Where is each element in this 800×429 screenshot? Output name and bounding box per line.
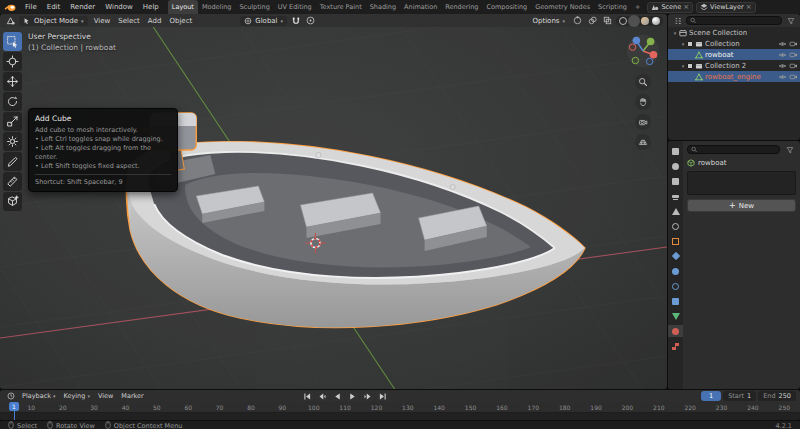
timeline-menu-marker[interactable]: Marker: [117, 392, 147, 400]
cursor-tool[interactable]: [3, 52, 22, 71]
move-tool[interactable]: [3, 72, 22, 91]
navigation-gizmo[interactable]: [624, 32, 662, 70]
properties-tab-tool[interactable]: [668, 145, 683, 157]
annotate-tool[interactable]: [3, 152, 22, 171]
timeline-menu-view[interactable]: View: [94, 392, 117, 400]
workspace-tab-compositing[interactable]: Compositing: [482, 0, 531, 14]
properties-tab-particles[interactable]: [668, 265, 683, 277]
properties-tab-constraints[interactable]: [668, 295, 683, 307]
workspace-tab-layout[interactable]: Layout: [168, 0, 198, 14]
material-slot-list[interactable]: [687, 171, 796, 195]
editor-type-icon[interactable]: [4, 15, 17, 26]
viewport-3d-scene[interactable]: [0, 27, 667, 389]
scale-tool[interactable]: [3, 112, 22, 131]
zoom-icon[interactable]: [635, 74, 651, 90]
solid-shading-icon[interactable]: [630, 17, 638, 25]
properties-tab-render[interactable]: [668, 160, 683, 172]
outliner-row-rowboat[interactable]: rowboat: [668, 49, 800, 60]
hide-in-viewport-eye-icon[interactable]: [778, 41, 787, 47]
disable-in-renders-camera-icon[interactable]: [789, 51, 798, 58]
jump-to-end-button[interactable]: [375, 391, 389, 401]
view-layer-selector[interactable]: ViewLayer ×: [696, 2, 755, 13]
menu-window[interactable]: Window: [100, 0, 138, 14]
current-frame-field[interactable]: 1: [701, 391, 721, 401]
workspace-tab-uv-editing[interactable]: UV Editing: [274, 0, 316, 14]
collection-checkbox[interactable]: [687, 63, 693, 69]
disable-in-renders-camera-icon[interactable]: [789, 73, 798, 80]
properties-tab-view-layer[interactable]: [668, 190, 683, 202]
properties-tab-physics[interactable]: [668, 280, 683, 292]
workspace-tab-sculpting[interactable]: Sculpting: [235, 0, 273, 14]
timeline-body[interactable]: 1020304050607080901001101201301401501601…: [0, 402, 800, 420]
viewport-menu-object[interactable]: Object: [165, 17, 196, 25]
properties-tab-object[interactable]: [668, 235, 683, 247]
frame-end-field[interactable]: End250: [758, 391, 796, 401]
timeline-editor-type-icon[interactable]: [4, 391, 17, 402]
timeline-menu-keying[interactable]: Keying▾: [60, 392, 94, 400]
outliner-row-collection-2[interactable]: ▾Collection 2: [668, 60, 800, 71]
disclosure-triangle-icon[interactable]: ▾: [679, 63, 687, 69]
outliner-editor-type-icon[interactable]: [671, 15, 684, 26]
scene-unlink-icon[interactable]: ×: [683, 4, 689, 11]
toggle-xray-icon[interactable]: [601, 15, 614, 26]
rowboat-object[interactable]: [126, 142, 584, 328]
properties-tab-output[interactable]: [668, 175, 683, 187]
options-dropdown[interactable]: Options ▾: [528, 16, 569, 26]
material-preview-shading-icon[interactable]: [641, 17, 649, 25]
snap-magnet-icon[interactable]: [289, 15, 302, 26]
collection-checkbox[interactable]: [687, 41, 693, 47]
pan-hand-icon[interactable]: [635, 94, 651, 110]
add-cube-tool[interactable]: [3, 192, 22, 211]
disclosure-triangle-icon[interactable]: ▾: [671, 30, 679, 36]
workspace-tab-animation[interactable]: Animation: [400, 0, 441, 14]
workspace-tab-rendering[interactable]: Rendering: [441, 0, 482, 14]
3d-viewport[interactable]: User Perspective (1) Collection | rowboa…: [0, 27, 667, 389]
show-overlays-icon[interactable]: [586, 15, 599, 26]
timeline-ruler[interactable]: 1020304050607080901001101201301401501601…: [0, 402, 800, 413]
mode-dropdown[interactable]: Object Mode ▾: [19, 16, 88, 26]
hide-in-viewport-eye-icon[interactable]: [778, 74, 787, 80]
rotate-tool[interactable]: [3, 92, 22, 111]
hide-in-viewport-eye-icon[interactable]: [778, 63, 787, 69]
menu-render[interactable]: Render: [65, 0, 100, 14]
properties-tab-object-data[interactable]: [668, 310, 683, 322]
menu-file[interactable]: File: [20, 0, 42, 14]
disable-in-renders-camera-icon[interactable]: [789, 40, 798, 47]
play-button[interactable]: [345, 391, 359, 401]
viewport-menu-select[interactable]: Select: [114, 17, 144, 25]
proportional-editing-icon[interactable]: [304, 15, 317, 26]
disclosure-triangle-icon[interactable]: ▾: [679, 41, 687, 47]
workspace-tab-shading[interactable]: Shading: [366, 0, 400, 14]
workspace-tab-modeling[interactable]: Modeling: [198, 0, 236, 14]
timeline-menu-playback[interactable]: Playback▾: [18, 392, 60, 400]
outliner-row-scene-collection[interactable]: ▾Scene Collection: [668, 27, 800, 38]
outliner-search-input[interactable]: [698, 17, 778, 25]
frame-start-field[interactable]: Start1: [723, 391, 756, 401]
menu-help[interactable]: Help: [138, 0, 164, 14]
workspace-tab-texture-paint[interactable]: Texture Paint: [316, 0, 366, 14]
perspective-toggle-icon[interactable]: [635, 134, 651, 150]
show-gizmo-icon[interactable]: [571, 15, 584, 26]
viewport-menu-add[interactable]: Add: [144, 17, 166, 25]
new-material-button[interactable]: + New: [687, 199, 796, 212]
properties-tab-texture[interactable]: [668, 340, 683, 352]
jump-to-prev-keyframe-button[interactable]: [315, 391, 329, 401]
viewport-menu-view[interactable]: View: [90, 17, 115, 25]
properties-search-box[interactable]: [687, 145, 780, 154]
playhead-frame-chip[interactable]: 1: [9, 402, 19, 411]
properties-filter-icon[interactable]: [783, 144, 796, 155]
transform-orientation-dropdown[interactable]: Global ▾: [240, 16, 287, 26]
menu-edit[interactable]: Edit: [42, 0, 66, 14]
outliner-row-rowboat-engine[interactable]: rowboat_engine: [668, 71, 800, 82]
outliner-row-collection[interactable]: ▾Collection: [668, 38, 800, 49]
transform-tool[interactable]: [3, 132, 22, 151]
camera-view-icon[interactable]: [635, 114, 651, 130]
workspace-tab-add[interactable]: +: [631, 0, 644, 14]
properties-tab-modifiers[interactable]: [668, 250, 683, 262]
wireframe-shading-icon[interactable]: [619, 17, 627, 25]
select-box-tool[interactable]: [3, 32, 22, 51]
outliner-search-box[interactable]: [686, 16, 782, 25]
properties-tab-scene[interactable]: [668, 205, 683, 217]
filter-icon[interactable]: [784, 15, 797, 26]
hide-in-viewport-eye-icon[interactable]: [778, 52, 787, 58]
